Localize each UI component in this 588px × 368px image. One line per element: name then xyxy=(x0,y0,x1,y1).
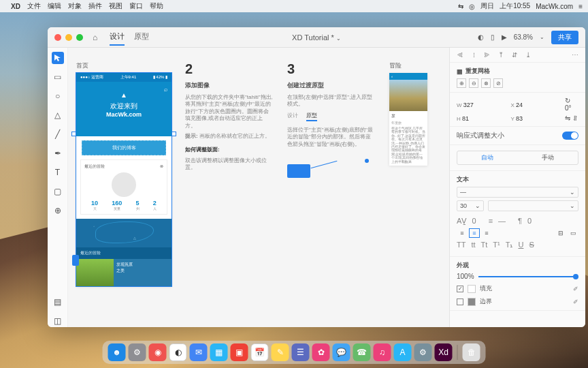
align-middle-icon[interactable]: ⇵ xyxy=(510,51,519,59)
exclude-icon[interactable]: ⊘ xyxy=(493,78,503,88)
align-right-icon[interactable]: ⫸ xyxy=(483,51,492,59)
dock-app[interactable]: ✎ xyxy=(272,343,289,361)
artboard-label[interactable]: 冒险 xyxy=(389,61,427,70)
lowercase-icon[interactable]: tt xyxy=(471,241,475,249)
menu-edit[interactable]: 编辑 xyxy=(48,1,61,11)
repeat-grid-handle[interactable] xyxy=(72,255,79,266)
area-text-icon[interactable]: ▭ xyxy=(568,228,578,238)
align-bottom-icon[interactable]: ⤓ xyxy=(523,51,533,59)
dock-app[interactable]: ◉ xyxy=(149,343,167,361)
more-align-icon[interactable]: ⋯ xyxy=(570,51,580,59)
dock-app[interactable]: ▦ xyxy=(210,343,228,361)
play-icon[interactable]: ▶ xyxy=(502,33,507,41)
menu-extra-icon[interactable]: ≡ xyxy=(578,3,583,10)
subscript-icon[interactable]: T₁ xyxy=(506,241,513,249)
wifi-icon[interactable]: ⇆ xyxy=(458,3,463,10)
menu-window[interactable]: 窗口 xyxy=(129,1,143,11)
dock-app[interactable]: ♫ xyxy=(374,343,391,361)
dock-app[interactable]: ◐ xyxy=(169,343,187,361)
menu-help[interactable]: 帮助 xyxy=(150,1,163,11)
menu-file[interactable]: 文件 xyxy=(27,1,41,11)
resize-mode-segment[interactable]: 自动 手动 xyxy=(457,151,578,165)
dock-app[interactable]: 💬 xyxy=(333,343,350,361)
border-checkbox[interactable] xyxy=(457,298,463,305)
align-left-text-icon[interactable]: ≡ xyxy=(457,228,468,238)
subtract-icon[interactable]: ⊖ xyxy=(469,78,478,88)
device-icon[interactable]: ▯ xyxy=(491,33,495,41)
layers-icon[interactable]: ◫ xyxy=(52,315,64,327)
menu-view[interactable]: 视图 xyxy=(109,1,122,11)
dock-app[interactable]: 📅 xyxy=(251,343,269,361)
height-input[interactable] xyxy=(462,115,489,122)
font-size-select[interactable]: 30 xyxy=(457,200,484,211)
align-center-text-icon[interactable]: ≡ xyxy=(469,228,480,238)
dock-app[interactable]: ⚙ xyxy=(129,343,146,361)
artboard-tool[interactable]: ▢ xyxy=(52,185,64,198)
eyedropper-icon[interactable]: ✐ xyxy=(573,286,578,292)
zoom-tool[interactable]: ⊕ xyxy=(52,204,64,217)
artboard-adventure[interactable]: 冒险 ‹ 发 年度旅 在这个气候区,几乎所有的季节都可时机。当你...好了,这就… xyxy=(389,61,427,166)
align-tools[interactable]: ⫷ ⫶ ⫸ ⤒ ⇵ ⤓ ⋯ xyxy=(450,48,585,63)
menu-plugins[interactable]: 插件 xyxy=(88,1,102,11)
share-button[interactable]: 共享 xyxy=(551,31,578,44)
responsive-toggle[interactable] xyxy=(562,132,578,140)
strike-icon[interactable]: S xyxy=(529,241,534,249)
tab-prototype[interactable]: 原型 xyxy=(134,29,149,46)
text-tool[interactable]: T xyxy=(52,166,64,179)
rotate-icon[interactable]: ↻ 0° xyxy=(565,97,578,112)
font-family-select[interactable]: — xyxy=(457,187,578,198)
titlecase-icon[interactable]: Tt xyxy=(481,241,488,249)
underline-icon[interactable]: U xyxy=(518,241,523,249)
dock-app[interactable]: ☎ xyxy=(353,343,371,361)
dock-app[interactable]: A xyxy=(394,343,412,361)
text-box-mode[interactable]: ⊟ ▭ xyxy=(555,228,578,238)
fill-checkbox[interactable]: ✓ xyxy=(457,286,463,292)
control-icon[interactable]: ◎ xyxy=(469,3,475,10)
uppercase-icon[interactable]: TT xyxy=(457,241,466,249)
account-icon[interactable]: ◐ xyxy=(478,33,484,41)
polygon-tool[interactable]: △ xyxy=(52,109,64,121)
para-spacing-icon[interactable]: ¶ xyxy=(518,217,522,226)
canvas[interactable]: 首页 ●●●○ 运营商 上午9:41 ▮ 42% ▮ ⌕ ▲ 欢迎来到 MacW… xyxy=(68,48,449,327)
assets-icon[interactable]: ▤ xyxy=(52,296,64,308)
align-left-icon[interactable]: ⫷ xyxy=(455,51,465,59)
fill-swatch[interactable] xyxy=(468,285,476,293)
tab-design[interactable]: 设计 xyxy=(110,29,125,46)
opacity-value[interactable]: 100% xyxy=(457,273,474,280)
app-name[interactable]: XD xyxy=(11,3,20,10)
opacity-slider[interactable] xyxy=(478,276,578,277)
text-align[interactable]: ≡ ≡ ≡ xyxy=(457,228,492,238)
dock-app[interactable]: ▣ xyxy=(231,343,248,361)
dock-app[interactable]: ✿ xyxy=(312,343,330,361)
char-spacing-icon[interactable]: AV̱ xyxy=(457,217,467,226)
dock-app[interactable]: ⚙ xyxy=(414,343,432,361)
align-center-h-icon[interactable]: ⫶ xyxy=(469,51,478,59)
align-top-icon[interactable]: ⤒ xyxy=(496,51,506,59)
select-tool[interactable] xyxy=(52,52,64,64)
line-height-icon[interactable]: ≡ xyxy=(489,217,493,226)
line-tool[interactable]: ╱ xyxy=(52,128,64,140)
dock-app[interactable]: Xd xyxy=(435,343,453,361)
align-right-text-icon[interactable]: ≡ xyxy=(481,228,492,238)
pen-tool[interactable]: ✒ xyxy=(52,147,64,159)
artboard-home[interactable]: 首页 ●●●○ 运营商 上午9:41 ▮ 42% ▮ ⌕ ▲ 欢迎来到 MacW… xyxy=(76,61,172,286)
dock-app[interactable]: ☻ xyxy=(108,343,126,361)
flip-icon[interactable]: ⇋ ⥯ xyxy=(565,114,578,122)
width-input[interactable] xyxy=(463,102,491,108)
union-icon[interactable]: ⊕ xyxy=(457,78,466,88)
boolean-ops[interactable]: ⊕ ⊖ ⊗ ⊘ xyxy=(457,78,578,88)
ellipse-tool[interactable]: ○ xyxy=(52,90,64,102)
dock[interactable]: ☻⚙◉◐✉▦▣📅✎☰✿💬☎♫A⚙Xd🗑 xyxy=(103,341,486,364)
zoom-level[interactable]: 63.8% xyxy=(514,33,533,41)
traffic-lights[interactable] xyxy=(54,34,83,41)
menu-object[interactable]: 对象 xyxy=(68,1,82,11)
x-input[interactable] xyxy=(516,102,543,108)
dock-app[interactable]: ☰ xyxy=(292,343,310,361)
point-text-icon[interactable]: ⊟ xyxy=(555,228,566,238)
dock-app[interactable]: 🗑 xyxy=(463,343,480,361)
border-swatch[interactable] xyxy=(468,298,476,306)
superscript-icon[interactable]: T¹ xyxy=(493,241,500,249)
dock-app[interactable]: ✉ xyxy=(190,343,208,361)
y-input[interactable] xyxy=(516,115,543,122)
artboard-label[interactable]: 首页 xyxy=(76,61,172,70)
